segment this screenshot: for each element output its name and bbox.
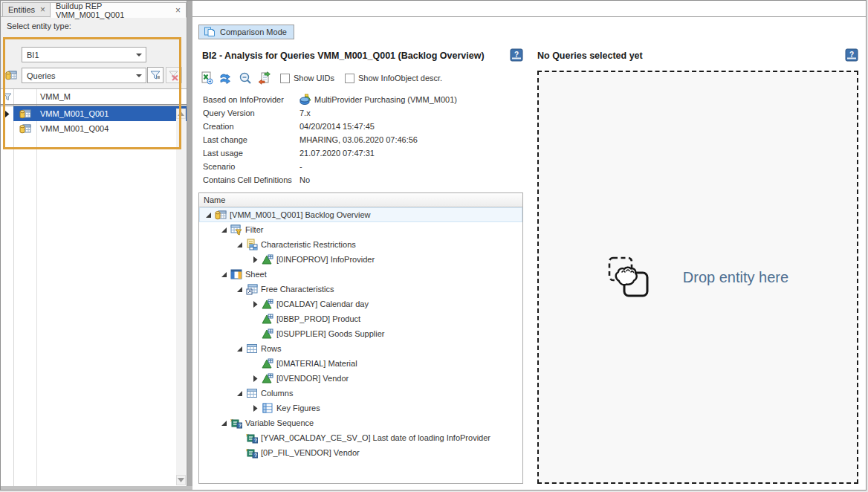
collapse-arrow-icon[interactable]: [233, 386, 246, 401]
property-value-text: 21.07.2020 07:47:31: [299, 149, 375, 158]
tree-node-label: Filter: [245, 225, 263, 234]
tree-indent: [233, 430, 246, 445]
tree-node[interactable]: Key Figures: [199, 401, 522, 415]
expand-arrow-icon[interactable]: [249, 371, 262, 386]
query-icon: [13, 123, 36, 135]
collapse-arrow-icon[interactable]: [218, 267, 230, 282]
checkbox-label: Show UIDs: [294, 74, 334, 82]
tree-node[interactable]: [VMM_M001_Q001] Backlog Overview: [199, 207, 522, 222]
tree-indent: [249, 356, 262, 371]
compare-icon[interactable]: [256, 71, 273, 85]
property-value: 7.x: [295, 109, 311, 117]
key-figures-icon: [262, 402, 273, 414]
tree-node[interactable]: [0INFOPROV] InfoProvider: [199, 252, 522, 267]
tree-node[interactable]: [0MATERIAL] Material: [199, 356, 522, 371]
help-icon[interactable]: ?: [845, 48, 858, 62]
tree-node-label: [0P_FIL_VENDOR] Vendor: [261, 448, 360, 457]
checkbox-box[interactable]: [345, 74, 354, 83]
list-filter-row[interactable]: VMM_M: [1, 89, 187, 106]
column-divider: [13, 89, 14, 488]
collapse-arrow-icon[interactable]: [218, 222, 230, 237]
tree-node[interactable]: [0BBP_PROD] Product: [199, 311, 522, 326]
collapse-arrow-icon[interactable]: [233, 341, 246, 356]
entity-type-dropdown[interactable]: Queries: [22, 68, 146, 83]
scroll-down-button[interactable]: [176, 475, 186, 485]
property-value-text: 7.x: [299, 109, 311, 117]
list-item[interactable]: VMM_M001_Q004: [1, 121, 187, 136]
tree-node[interactable]: Free Characteristics: [199, 282, 522, 297]
tree-node[interactable]: Filter: [199, 222, 522, 237]
comparison-mode-label: Comparison Mode: [220, 27, 287, 36]
property-label: Contains Cell Definitions: [198, 175, 295, 184]
property-value: No: [295, 175, 310, 184]
tree-node[interactable]: [0CALDAY] Calendar day: [199, 297, 522, 311]
help-icon[interactable]: ?: [510, 48, 523, 62]
tree-node[interactable]: Columns: [199, 386, 522, 401]
collapse-arrow-icon[interactable]: [233, 237, 246, 252]
small-funnel-icon: [1, 92, 13, 101]
scroll-up-button[interactable]: [176, 109, 186, 119]
chevron-down-icon: [136, 54, 142, 56]
system-dropdown[interactable]: BI1: [22, 47, 146, 62]
collapse-arrow-icon[interactable]: [218, 415, 230, 430]
list-filter-value[interactable]: VMM_M: [36, 92, 71, 101]
list-item[interactable]: VMM_M001_Q001: [1, 106, 187, 121]
property-value: -: [295, 162, 302, 171]
property-label: Scenario: [198, 162, 295, 171]
excel-export-icon[interactable]: [198, 71, 215, 85]
variable-icon: ×?: [230, 417, 242, 429]
tree-node-label: Characteristic Restrictions: [261, 240, 356, 249]
characteristic-icon: [262, 328, 273, 340]
entity-type-dropdown-value: Queries: [27, 71, 56, 80]
tree-node[interactable]: ×?[YVAR_0CALDAY_CE_SV_O] Last date of lo…: [199, 430, 522, 445]
property-row: Query Version7.x: [198, 106, 523, 120]
tree-indent: [249, 311, 262, 326]
tree-node-label: Variable Sequence: [245, 418, 314, 427]
transfer-icon[interactable]: [218, 71, 234, 85]
tree-node[interactable]: [0VENDOR] Vendor: [199, 371, 522, 386]
tree-node[interactable]: ×?Variable Sequence: [199, 415, 522, 430]
analysis-title: BI2 - Analysis for Queries VMM_M001_Q001…: [198, 48, 485, 61]
property-label: Last usage: [198, 149, 295, 158]
close-icon[interactable]: ×: [175, 7, 181, 14]
comparison-mode-button[interactable]: Comparison Mode: [198, 25, 294, 39]
tree-node[interactable]: ×?[0P_FIL_VENDOR] Vendor: [199, 445, 522, 460]
filter-icon: [230, 224, 242, 236]
zoom-out-icon[interactable]: [237, 71, 253, 85]
tree-node-label: [VMM_M001_Q001] Backlog Overview: [230, 210, 371, 219]
tab-entities[interactable]: Entities ×: [2, 2, 51, 17]
expand-arrow-icon[interactable]: [249, 401, 262, 415]
panel-bottom-edge: [1, 486, 192, 490]
collapse-arrow-icon[interactable]: [233, 282, 246, 297]
close-icon[interactable]: ×: [40, 6, 45, 13]
checkbox-show-uids[interactable]: Show UIDs: [280, 74, 334, 83]
expand-arrow-icon[interactable]: [249, 252, 262, 267]
tree-node[interactable]: Characteristic Restrictions: [199, 237, 522, 252]
tree-node-label: [0VENDOR] Vendor: [276, 374, 349, 383]
panel-splitter[interactable]: [187, 1, 192, 491]
collapse-arrow-icon[interactable]: [202, 207, 215, 222]
tree-node[interactable]: [0SUPPLIER] Goods Supplier: [199, 326, 522, 341]
char-restrictions-icon: [246, 239, 258, 250]
characteristic-icon: [262, 357, 273, 369]
query-icon: [13, 108, 36, 120]
tree-node-label: Sheet: [245, 270, 267, 279]
clear-filter-button[interactable]: [166, 67, 182, 83]
tree-node-label: Columns: [261, 389, 293, 398]
tree-node[interactable]: Rows: [199, 341, 522, 356]
main-area: Comparison Mode BI2 - Analysis for Queri…: [192, 1, 866, 491]
checkbox-show-infoobject-descr[interactable]: Show InfoObject descr.: [345, 74, 442, 83]
property-row: Scenario-: [198, 160, 523, 173]
sheet-icon: [230, 268, 242, 280]
target-panel: No Queries selected yet ? Drop entity he…: [537, 48, 858, 484]
checkbox-box[interactable]: [280, 74, 290, 83]
drop-zone[interactable]: Drop entity here: [537, 71, 858, 484]
tab-buildup-rep[interactable]: Buildup REP VMM_M001_Q001 ×: [50, 2, 187, 18]
expand-arrow-icon[interactable]: [249, 297, 262, 311]
tree-node[interactable]: Sheet: [199, 267, 522, 282]
variable-icon: ×?: [246, 432, 258, 444]
list-scrollbar[interactable]: [176, 109, 186, 485]
filter-button[interactable]: [147, 67, 163, 83]
analysis-toolbar: Show UIDsShow InfoObject descr.: [198, 69, 523, 87]
chevron-down-icon: [136, 74, 142, 77]
